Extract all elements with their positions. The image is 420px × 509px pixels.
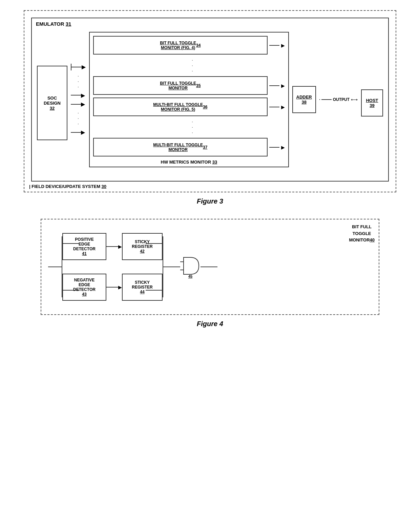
- monitor1-arrow-line: [269, 45, 279, 46]
- negative-edge-number: 43: [82, 292, 86, 297]
- output-arrow: ⟷: [351, 97, 358, 102]
- positive-edge-number: 41: [82, 251, 86, 256]
- output-section: OUTPUT ⟷: [319, 97, 358, 102]
- arrow1: ▶: [71, 64, 86, 70]
- dots2: ···: [71, 110, 86, 126]
- monitor3-label: MULTI-BIT FULL TOGGLEMONITOR (FIG. 5): [153, 102, 203, 112]
- adder-label: ADDER: [296, 94, 312, 100]
- figure3-container: EMULATOR 31 SOCDESIGN 32 ▶ ···: [14, 10, 406, 205]
- dots1: ···: [71, 73, 86, 89]
- det-to-reg-line-bottom: [106, 287, 118, 288]
- host-number: 39: [370, 103, 374, 108]
- to-and-line: [163, 267, 180, 267]
- fig4-left-input: [48, 236, 62, 297]
- monitor1-arrow: ▶: [281, 43, 285, 48]
- sticky-reg-44-number: 44: [140, 290, 144, 294]
- monitor2-arrow: ▶: [281, 83, 285, 88]
- fig4-right-section: 45: [163, 236, 217, 297]
- split-line: [62, 236, 62, 297]
- and-gate-svg: [180, 256, 201, 276]
- sticky-register-42: STICKYREGISTER 42: [122, 233, 163, 260]
- monitor3-box: MULTI-BIT FULL TOGGLEMONITOR (FIG. 5) 36: [93, 98, 268, 116]
- monitor4-number: 37: [203, 145, 207, 150]
- det-to-reg-arrow-bottom: ▶: [118, 284, 122, 290]
- monitor3-number: 36: [203, 105, 207, 109]
- hw-metrics-box: BIT FULL TOGGLEMONITOR (FIG. 4) 34 ▶ ···…: [89, 32, 289, 167]
- fig4-title-number: 40: [370, 237, 375, 242]
- monitor-dots-2: ···: [100, 119, 285, 135]
- monitor2-arrow-line: [269, 85, 279, 86]
- soc-design-box: SOCDESIGN 32: [37, 66, 67, 140]
- figure4-container: BIT FULLTOGGLEMONITOR40 P: [14, 212, 406, 328]
- monitor2-row: BIT FULL TOGGLEMONITOR 35 ▶: [93, 76, 285, 95]
- figure3-caption: Figure 3: [197, 197, 223, 205]
- hw-metrics-number: 33: [212, 160, 217, 165]
- reg-to-and-bottom: [146, 290, 163, 291]
- monitor3-arrow: ▶: [281, 104, 285, 110]
- top-pair: POSITIVEEDGEDETECTOR 41 ▶ STICKYREGISTER…: [62, 233, 163, 260]
- monitor4-row: MULTI-BIT FULL TOGGLEMONITOR 37 ▶: [93, 138, 285, 156]
- positive-edge-label: POSITIVEEDGEDETECTOR: [73, 237, 96, 251]
- bottom-pair: NEGATIVEEDGEDETECTOR 43 ▶ STICKYREGISTER…: [62, 274, 163, 301]
- monitor1-number: 34: [196, 43, 201, 48]
- arrow4: ▶: [71, 129, 86, 135]
- branch-top: [62, 243, 79, 244]
- output-label: OUTPUT: [333, 97, 350, 102]
- det-to-reg-line-top: [106, 246, 118, 247]
- monitor4-label: MULTI-BIT FULL TOGGLEMONITOR: [153, 143, 203, 152]
- positive-edge-detector: POSITIVEEDGEDETECTOR 41: [62, 233, 106, 260]
- adder-box: ADDER 38: [292, 86, 316, 113]
- figure4-caption: Figure 4: [197, 320, 223, 328]
- and-gate-section: 45: [180, 256, 201, 278]
- output-line: [321, 99, 332, 100]
- monitor4-arrow: ▶: [281, 145, 285, 150]
- monitor2-label: BIT FULL TOGGLEMONITOR: [160, 81, 196, 90]
- field-device-label: | FIELD DEVICE/UPDATE SYSTEM 30: [29, 184, 106, 189]
- monitor1-label: BIT FULL TOGGLEMONITOR (FIG. 4): [160, 41, 196, 50]
- sticky-reg-42-label: STICKYREGISTER: [132, 239, 152, 249]
- monitor4-arrow-line: [269, 147, 279, 148]
- fig3-outer-border: EMULATOR 31 SOCDESIGN 32 ▶ ···: [24, 10, 396, 192]
- host-box: HOST 39: [361, 89, 383, 116]
- emulator-number: 31: [66, 21, 71, 27]
- monitor3-arrow-line: [269, 107, 279, 107]
- monitor2-number: 35: [196, 83, 201, 88]
- adder-number: 38: [301, 100, 306, 105]
- fig4-outer-border: BIT FULLTOGGLEMONITOR40 P: [41, 219, 379, 315]
- sticky-register-44: STICKYREGISTER 44: [122, 274, 163, 301]
- branch-bottom: [62, 290, 79, 291]
- adder-section: ADDER 38: [292, 86, 316, 113]
- and-output-line: [201, 267, 217, 267]
- fig4-title: BIT FULLTOGGLEMONITOR40: [349, 224, 375, 243]
- soc-arrows: ▶ ··· ▶ ▶ ··· ▶: [71, 62, 86, 137]
- arrow3: ▶: [71, 101, 86, 107]
- soc-number: 32: [50, 106, 55, 111]
- emulator-label: EMULATOR 31: [36, 21, 71, 27]
- reg-to-and-top: [146, 243, 163, 244]
- fig4-main-content: POSITIVEEDGEDETECTOR 41 ▶ STICKYREGISTER…: [48, 226, 372, 307]
- host-label: HOST: [366, 98, 378, 103]
- monitor2-box: BIT FULL TOGGLEMONITOR 35: [93, 76, 268, 95]
- fig3-inner-border: EMULATOR 31 SOCDESIGN 32 ▶ ···: [31, 18, 389, 182]
- monitor1-box: BIT FULL TOGGLEMONITOR (FIG. 4) 34: [93, 36, 268, 55]
- monitor4-box: MULTI-BIT FULL TOGGLEMONITOR 37: [93, 138, 268, 156]
- sticky-reg-44-label: STICKYREGISTER: [132, 280, 152, 290]
- negative-edge-detector: NEGATIVEEDGEDETECTOR 43: [62, 274, 106, 301]
- monitors-list: BIT FULL TOGGLEMONITOR (FIG. 4) 34 ▶ ···…: [93, 36, 285, 156]
- det-to-reg-arrow-top: ▶: [118, 244, 122, 249]
- monitor-dots-1: ···: [100, 57, 285, 73]
- input-horizontal-line: [48, 267, 62, 267]
- soc-label: SOCDESIGN: [44, 96, 61, 106]
- field-device-number: 30: [102, 184, 106, 189]
- monitor3-row: MULTI-BIT FULL TOGGLEMONITOR (FIG. 5) 36…: [93, 98, 285, 116]
- arrow2: ▶: [71, 92, 86, 99]
- sticky-reg-42-number: 42: [140, 249, 144, 254]
- monitor1-row: BIT FULL TOGGLEMONITOR (FIG. 4) 34 ▶: [93, 36, 285, 55]
- hw-metrics-label: HW METRICS MONITOR 33: [161, 160, 217, 165]
- and-gate-number: 45: [188, 274, 192, 278]
- right-collector: [163, 236, 163, 297]
